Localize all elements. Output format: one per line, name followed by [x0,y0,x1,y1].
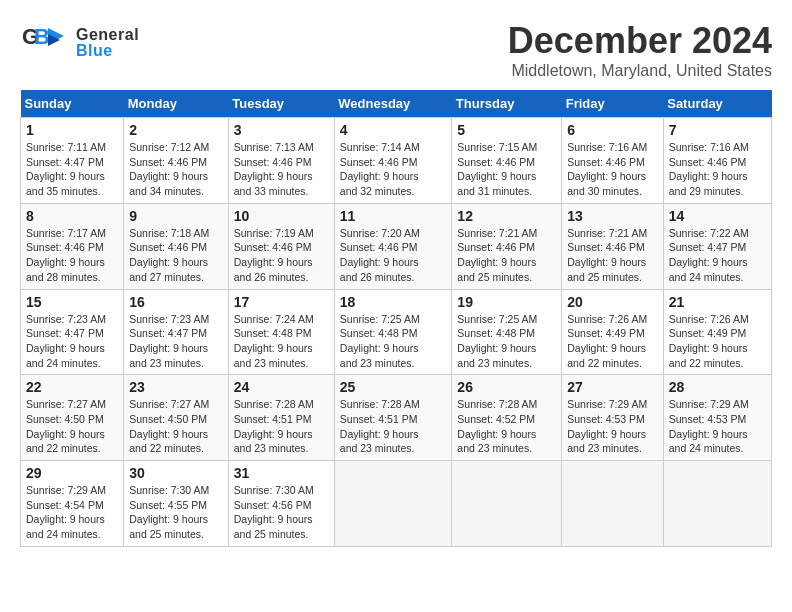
day-info: Sunrise: 7:23 AM Sunset: 4:47 PM Dayligh… [129,312,223,371]
day-number: 18 [340,294,447,310]
calendar-day-cell: 16 Sunrise: 7:23 AM Sunset: 4:47 PM Dayl… [124,289,229,375]
calendar-day-cell: 19 Sunrise: 7:25 AM Sunset: 4:48 PM Dayl… [452,289,562,375]
calendar-day-cell [562,461,664,547]
day-info: Sunrise: 7:28 AM Sunset: 4:51 PM Dayligh… [234,397,329,456]
day-number: 25 [340,379,447,395]
calendar-day-cell: 18 Sunrise: 7:25 AM Sunset: 4:48 PM Dayl… [334,289,452,375]
day-number: 26 [457,379,556,395]
logo-icon: G B [20,20,70,65]
day-info: Sunrise: 7:11 AM Sunset: 4:47 PM Dayligh… [26,140,118,199]
location-title: Middletown, Maryland, United States [508,62,772,80]
calendar-day-cell: 7 Sunrise: 7:16 AM Sunset: 4:46 PM Dayli… [663,118,771,204]
day-number: 6 [567,122,658,138]
day-number: 1 [26,122,118,138]
day-info: Sunrise: 7:26 AM Sunset: 4:49 PM Dayligh… [567,312,658,371]
calendar-day-cell [663,461,771,547]
day-number: 28 [669,379,766,395]
page-header: G B General Blue December 2024 Middletow… [20,20,772,80]
calendar-day-cell: 27 Sunrise: 7:29 AM Sunset: 4:53 PM Dayl… [562,375,664,461]
day-info: Sunrise: 7:12 AM Sunset: 4:46 PM Dayligh… [129,140,223,199]
day-info: Sunrise: 7:17 AM Sunset: 4:46 PM Dayligh… [26,226,118,285]
calendar-week-row: 15 Sunrise: 7:23 AM Sunset: 4:47 PM Dayl… [21,289,772,375]
day-number: 4 [340,122,447,138]
calendar-day-cell: 14 Sunrise: 7:22 AM Sunset: 4:47 PM Dayl… [663,203,771,289]
calendar-header-row: Sunday Monday Tuesday Wednesday Thursday… [21,90,772,118]
calendar-day-cell: 28 Sunrise: 7:29 AM Sunset: 4:53 PM Dayl… [663,375,771,461]
calendar-day-cell: 15 Sunrise: 7:23 AM Sunset: 4:47 PM Dayl… [21,289,124,375]
col-tuesday: Tuesday [228,90,334,118]
calendar-day-cell: 3 Sunrise: 7:13 AM Sunset: 4:46 PM Dayli… [228,118,334,204]
calendar-day-cell: 6 Sunrise: 7:16 AM Sunset: 4:46 PM Dayli… [562,118,664,204]
day-number: 12 [457,208,556,224]
day-info: Sunrise: 7:30 AM Sunset: 4:55 PM Dayligh… [129,483,223,542]
day-number: 8 [26,208,118,224]
calendar-day-cell [452,461,562,547]
day-number: 2 [129,122,223,138]
month-title: December 2024 [508,20,772,62]
day-info: Sunrise: 7:25 AM Sunset: 4:48 PM Dayligh… [457,312,556,371]
day-number: 29 [26,465,118,481]
day-info: Sunrise: 7:23 AM Sunset: 4:47 PM Dayligh… [26,312,118,371]
col-monday: Monday [124,90,229,118]
day-number: 16 [129,294,223,310]
day-number: 10 [234,208,329,224]
day-number: 14 [669,208,766,224]
day-info: Sunrise: 7:27 AM Sunset: 4:50 PM Dayligh… [26,397,118,456]
day-info: Sunrise: 7:28 AM Sunset: 4:52 PM Dayligh… [457,397,556,456]
logo-name: General Blue [76,26,139,60]
day-info: Sunrise: 7:15 AM Sunset: 4:46 PM Dayligh… [457,140,556,199]
calendar-day-cell: 30 Sunrise: 7:30 AM Sunset: 4:55 PM Dayl… [124,461,229,547]
day-info: Sunrise: 7:29 AM Sunset: 4:53 PM Dayligh… [567,397,658,456]
calendar-table: Sunday Monday Tuesday Wednesday Thursday… [20,90,772,547]
calendar-day-cell: 29 Sunrise: 7:29 AM Sunset: 4:54 PM Dayl… [21,461,124,547]
day-info: Sunrise: 7:30 AM Sunset: 4:56 PM Dayligh… [234,483,329,542]
day-info: Sunrise: 7:16 AM Sunset: 4:46 PM Dayligh… [669,140,766,199]
logo: G B General Blue [20,20,139,65]
logo-blue-text: Blue [76,42,139,60]
day-info: Sunrise: 7:20 AM Sunset: 4:46 PM Dayligh… [340,226,447,285]
day-info: Sunrise: 7:21 AM Sunset: 4:46 PM Dayligh… [457,226,556,285]
svg-text:B: B [34,24,50,49]
calendar-day-cell: 9 Sunrise: 7:18 AM Sunset: 4:46 PM Dayli… [124,203,229,289]
calendar-day-cell: 11 Sunrise: 7:20 AM Sunset: 4:46 PM Dayl… [334,203,452,289]
calendar-day-cell: 13 Sunrise: 7:21 AM Sunset: 4:46 PM Dayl… [562,203,664,289]
day-number: 13 [567,208,658,224]
calendar-day-cell: 22 Sunrise: 7:27 AM Sunset: 4:50 PM Dayl… [21,375,124,461]
day-number: 31 [234,465,329,481]
calendar-week-row: 29 Sunrise: 7:29 AM Sunset: 4:54 PM Dayl… [21,461,772,547]
calendar-week-row: 8 Sunrise: 7:17 AM Sunset: 4:46 PM Dayli… [21,203,772,289]
day-number: 3 [234,122,329,138]
day-info: Sunrise: 7:29 AM Sunset: 4:53 PM Dayligh… [669,397,766,456]
day-number: 5 [457,122,556,138]
col-wednesday: Wednesday [334,90,452,118]
day-info: Sunrise: 7:16 AM Sunset: 4:46 PM Dayligh… [567,140,658,199]
calendar-day-cell: 21 Sunrise: 7:26 AM Sunset: 4:49 PM Dayl… [663,289,771,375]
title-area: December 2024 Middletown, Maryland, Unit… [508,20,772,80]
calendar-day-cell: 2 Sunrise: 7:12 AM Sunset: 4:46 PM Dayli… [124,118,229,204]
calendar-day-cell: 8 Sunrise: 7:17 AM Sunset: 4:46 PM Dayli… [21,203,124,289]
day-info: Sunrise: 7:13 AM Sunset: 4:46 PM Dayligh… [234,140,329,199]
calendar-day-cell [334,461,452,547]
day-number: 30 [129,465,223,481]
calendar-week-row: 22 Sunrise: 7:27 AM Sunset: 4:50 PM Dayl… [21,375,772,461]
day-info: Sunrise: 7:29 AM Sunset: 4:54 PM Dayligh… [26,483,118,542]
day-info: Sunrise: 7:28 AM Sunset: 4:51 PM Dayligh… [340,397,447,456]
day-number: 20 [567,294,658,310]
calendar-day-cell: 31 Sunrise: 7:30 AM Sunset: 4:56 PM Dayl… [228,461,334,547]
col-saturday: Saturday [663,90,771,118]
calendar-day-cell: 17 Sunrise: 7:24 AM Sunset: 4:48 PM Dayl… [228,289,334,375]
day-info: Sunrise: 7:14 AM Sunset: 4:46 PM Dayligh… [340,140,447,199]
calendar-day-cell: 4 Sunrise: 7:14 AM Sunset: 4:46 PM Dayli… [334,118,452,204]
day-number: 11 [340,208,447,224]
day-info: Sunrise: 7:24 AM Sunset: 4:48 PM Dayligh… [234,312,329,371]
col-thursday: Thursday [452,90,562,118]
day-number: 24 [234,379,329,395]
col-sunday: Sunday [21,90,124,118]
day-number: 27 [567,379,658,395]
day-info: Sunrise: 7:22 AM Sunset: 4:47 PM Dayligh… [669,226,766,285]
col-friday: Friday [562,90,664,118]
day-info: Sunrise: 7:21 AM Sunset: 4:46 PM Dayligh… [567,226,658,285]
day-number: 17 [234,294,329,310]
day-info: Sunrise: 7:27 AM Sunset: 4:50 PM Dayligh… [129,397,223,456]
day-number: 19 [457,294,556,310]
